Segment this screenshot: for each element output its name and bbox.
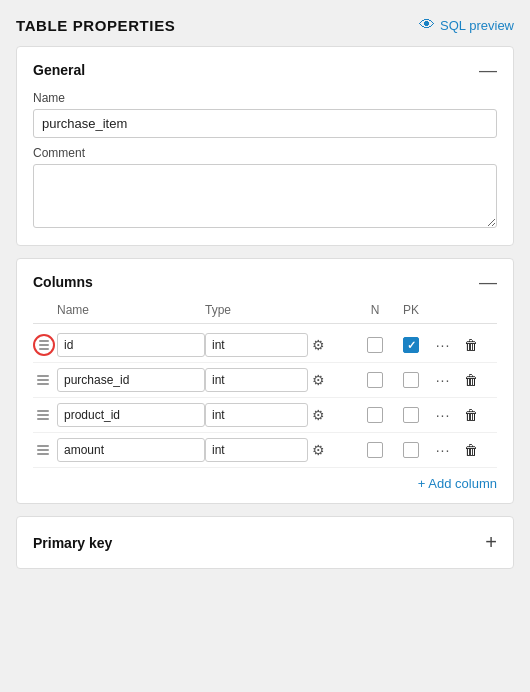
col-type-input-purchase-id[interactable] <box>205 368 308 392</box>
delete-btn-product-id[interactable]: 🗑 <box>457 407 485 423</box>
eye-icon: 👁 <box>419 16 435 34</box>
primary-key-title: Primary key <box>33 535 112 551</box>
columns-section: Columns — Name Type N PK <box>16 258 514 504</box>
columns-collapse-icon[interactable]: — <box>479 273 497 291</box>
ellipsis-btn-amount[interactable]: ··· <box>429 442 457 458</box>
general-collapse-icon[interactable]: — <box>479 61 497 79</box>
col-type-input-id[interactable] <box>205 333 308 357</box>
gear-icon-product-id[interactable]: ⚙ <box>312 407 325 423</box>
comment-label: Comment <box>33 146 497 160</box>
n-checkbox-product-id[interactable] <box>367 407 383 423</box>
sql-preview-link[interactable]: 👁 SQL preview <box>419 16 514 34</box>
table-row: ⚙ ··· 🗑 <box>33 398 497 433</box>
sql-preview-label: SQL preview <box>440 18 514 33</box>
col-header-pk: PK <box>393 303 429 317</box>
page-title: TABLE PROPERTIES <box>16 17 175 34</box>
col-type-input-product-id[interactable] <box>205 403 308 427</box>
gear-icon-purchase-id[interactable]: ⚙ <box>312 372 325 388</box>
ellipsis-btn-id[interactable]: ··· <box>429 337 457 353</box>
columns-header-row: Name Type N PK <box>33 303 497 324</box>
table-row: ⚙ ··· 🗑 <box>33 328 497 363</box>
primary-key-section: Primary key + <box>16 516 514 569</box>
general-section-header: General — <box>33 61 497 79</box>
delete-btn-amount[interactable]: 🗑 <box>457 442 485 458</box>
gear-icon-id[interactable]: ⚙ <box>312 337 325 353</box>
add-column-row: + Add column <box>33 468 497 493</box>
general-section: General — Name Comment <box>16 46 514 246</box>
primary-key-add-icon[interactable]: + <box>485 531 497 554</box>
comment-input[interactable] <box>33 164 497 228</box>
col-header-n: N <box>357 303 393 317</box>
columns-section-header: Columns — <box>33 273 497 291</box>
drag-handle-product-id[interactable] <box>33 408 57 422</box>
col-type-input-amount[interactable] <box>205 438 308 462</box>
pk-checkbox-id[interactable] <box>403 337 419 353</box>
delete-btn-purchase-id[interactable]: 🗑 <box>457 372 485 388</box>
table-row: ⚙ ··· 🗑 <box>33 433 497 468</box>
page-header: TABLE PROPERTIES 👁 SQL preview <box>16 16 514 34</box>
general-section-title: General <box>33 62 85 78</box>
drag-handle-purchase-id[interactable] <box>33 373 57 387</box>
gear-icon-amount[interactable]: ⚙ <box>312 442 325 458</box>
n-checkbox-id[interactable] <box>367 337 383 353</box>
col-name-input-id[interactable] <box>57 333 205 357</box>
col-name-input-purchase-id[interactable] <box>57 368 205 392</box>
pk-checkbox-purchase-id[interactable] <box>403 372 419 388</box>
ellipsis-btn-purchase-id[interactable]: ··· <box>429 372 457 388</box>
table-row: ⚙ ··· 🗑 <box>33 363 497 398</box>
col-name-input-amount[interactable] <box>57 438 205 462</box>
col-header-name: Name <box>57 303 205 317</box>
n-checkbox-purchase-id[interactable] <box>367 372 383 388</box>
name-input[interactable] <box>33 109 497 138</box>
add-column-button[interactable]: + Add column <box>418 476 497 491</box>
pk-checkbox-amount[interactable] <box>403 442 419 458</box>
n-checkbox-amount[interactable] <box>367 442 383 458</box>
name-label: Name <box>33 91 497 105</box>
delete-btn-id[interactable]: 🗑 <box>457 337 485 353</box>
drag-handle-id[interactable] <box>33 334 57 356</box>
col-header-type: Type <box>205 303 325 317</box>
pk-checkbox-product-id[interactable] <box>403 407 419 423</box>
ellipsis-btn-product-id[interactable]: ··· <box>429 407 457 423</box>
drag-handle-amount[interactable] <box>33 443 57 457</box>
col-name-input-product-id[interactable] <box>57 403 205 427</box>
columns-section-title: Columns <box>33 274 93 290</box>
